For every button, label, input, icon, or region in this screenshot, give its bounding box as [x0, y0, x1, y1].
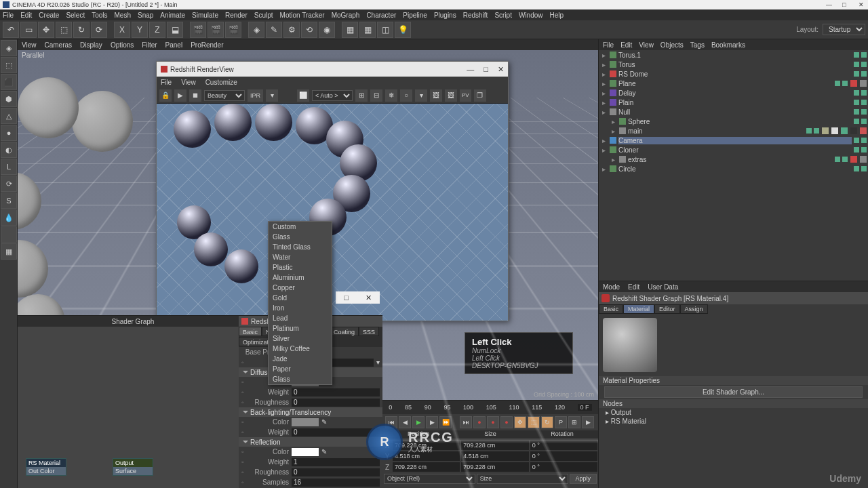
tree-item-torus[interactable]: ▸Torus	[599, 60, 868, 69]
preset-item-glass[interactable]: Glass	[269, 232, 332, 242]
roughness-input[interactable]: 0	[292, 399, 380, 407]
menu-mesh[interactable]: Mesh	[115, 12, 131, 19]
maximize-icon[interactable]: □	[344, 293, 349, 302]
grid2-icon[interactable]: ⊟	[370, 89, 382, 102]
menu-tools[interactable]: Tools	[92, 12, 107, 19]
img2-icon[interactable]: 🖼	[445, 89, 457, 102]
shader-graph-stage[interactable]: RS Material Out Color Output Surface	[18, 327, 248, 488]
node-output[interactable]: ▸ Output	[599, 408, 868, 417]
mat-tab-sss[interactable]: SSS	[359, 327, 379, 336]
tree-item-delay[interactable]: ▸Delay	[599, 88, 868, 98]
left-tool-5[interactable]: ●	[1, 125, 17, 141]
left-tool-0[interactable]: ◈	[1, 40, 17, 56]
img-icon[interactable]: 🖼	[430, 89, 442, 102]
tree-item-sphere[interactable]: ▸Sphere	[599, 117, 868, 126]
menu-script[interactable]: Script	[494, 12, 512, 19]
pos-icon[interactable]: ✥	[514, 416, 526, 428]
mat-tab-coating[interactable]: Coating	[330, 327, 359, 336]
close-icon[interactable]: ✕	[859, 1, 865, 8]
pass-select[interactable]: Beauty	[204, 90, 245, 101]
menu-sculpt[interactable]: Sculpt	[254, 12, 273, 19]
close-icon[interactable]: ✕	[366, 293, 372, 302]
coord-size-y[interactable]: 4.518 cm	[461, 451, 528, 461]
param-icon[interactable]: P	[555, 416, 567, 428]
tree-item-circle[interactable]: ▸Circle	[599, 164, 868, 174]
menu-motion-tracker[interactable]: Motion Tracker	[280, 12, 325, 19]
menu-edit[interactable]: Edit	[20, 12, 32, 19]
samples-input[interactable]: 16	[292, 479, 380, 487]
obj-tab-objects[interactable]: Objects	[660, 41, 684, 49]
preset-item-glass[interactable]: Glass	[269, 374, 332, 384]
crop-icon[interactable]: ⬜	[297, 89, 309, 102]
tree-item-main[interactable]: ▸main	[599, 126, 868, 136]
tree-item-extras[interactable]: ▸extras	[599, 155, 868, 164]
toolbar-btn-2[interactable]: ✥	[38, 22, 54, 38]
menu-window[interactable]: Window	[519, 12, 543, 19]
menu-mograph[interactable]: MoGraph	[332, 12, 360, 19]
key-icon[interactable]: ●	[487, 416, 499, 428]
viewport-menu-filter[interactable]: Filter	[142, 41, 157, 49]
rot-icon[interactable]: ↻	[541, 416, 553, 428]
snowflake-icon[interactable]: ❄	[385, 89, 397, 102]
apply-button[interactable]: Apply	[570, 474, 597, 484]
pv-icon[interactable]: PV	[460, 89, 471, 102]
preset-item-lead[interactable]: Lead	[269, 313, 332, 323]
toolbar-btn-14[interactable]: 🎬	[225, 22, 241, 38]
obj-tab-tags[interactable]: Tags	[690, 41, 705, 49]
tree-item-torus-1[interactable]: ▸Torus.1	[599, 50, 868, 60]
menu-help[interactable]: Help	[550, 12, 564, 19]
toolbar-btn-10[interactable]: ⬓	[167, 22, 183, 38]
toolbar-btn-1[interactable]: ▭	[20, 22, 37, 38]
toolbar-btn-23[interactable]: ▦	[359, 22, 376, 38]
anim-icon[interactable]: ⊞	[568, 416, 580, 428]
render-menu-customize[interactable]: Customize	[205, 79, 237, 86]
menu-create[interactable]: Create	[39, 12, 59, 19]
minimize-icon[interactable]: —	[826, 1, 833, 8]
timeline-ruler[interactable]: 08590951001051101151200 F	[382, 401, 598, 414]
tree-item-null[interactable]: ▸Null	[599, 107, 868, 117]
coord-rot-x[interactable]: 0 °	[530, 441, 597, 450]
toolbar-btn-8[interactable]: Y	[132, 22, 148, 38]
preset-item-gold[interactable]: Gold	[269, 293, 332, 303]
left-tool-2[interactable]: ⬛	[1, 74, 17, 90]
toolbar-btn-12[interactable]: 🎬	[190, 22, 206, 38]
minimize-icon[interactable]: —	[467, 65, 474, 74]
record-icon[interactable]: ●	[473, 416, 486, 428]
attr-subtab-material[interactable]: Material	[623, 304, 654, 314]
attr-subtab-editor[interactable]: Editor	[654, 304, 680, 314]
menu-redshift[interactable]: Redshift	[463, 12, 488, 19]
attr-tab-edit[interactable]: Edit	[628, 283, 639, 291]
maximize-icon[interactable]: □	[842, 1, 849, 8]
obj-tab-view[interactable]: View	[639, 41, 654, 49]
autokey-icon[interactable]: ●	[500, 416, 513, 428]
ipr-button[interactable]: IPR	[248, 89, 263, 102]
toolbar-btn-16[interactable]: ◈	[248, 22, 264, 38]
viewport-menu-options[interactable]: Options	[111, 41, 134, 49]
menu-plugins[interactable]: Plugins	[434, 12, 456, 19]
roughness-input[interactable]: 0	[292, 468, 380, 476]
copy-icon[interactable]: ❐	[474, 89, 486, 102]
coord-size-x[interactable]: 709.228 cm	[461, 441, 528, 450]
preset-item-aluminium[interactable]: Aluminium	[269, 272, 332, 283]
viewport-menu-panel[interactable]: Panel	[165, 41, 183, 49]
menu-render[interactable]: Render	[225, 12, 248, 19]
weight-input[interactable]: 0	[292, 388, 380, 396]
edit-shader-button[interactable]: Edit Shader Graph...	[604, 386, 863, 398]
node-rsmaterial[interactable]: ▸ RS Material	[599, 417, 868, 426]
render-menu-view[interactable]: View	[181, 79, 196, 86]
toolbar-btn-22[interactable]: ▦	[342, 22, 358, 38]
toolbar-btn-13[interactable]: 🎬	[208, 22, 224, 38]
toolbar-btn-4[interactable]: ↻	[73, 22, 90, 38]
color-swatch[interactable]	[292, 418, 319, 426]
attr-tab-mode[interactable]: Mode	[603, 283, 620, 291]
stop-icon[interactable]: ⏹	[189, 89, 201, 102]
object-rel-select[interactable]: Object (Rel)	[384, 474, 475, 484]
picker-icon[interactable]: ✎	[321, 418, 327, 426]
preset-item-custom[interactable]: Custom	[269, 222, 332, 232]
preset-item-milky-coffee[interactable]: Milky Coffee	[269, 344, 332, 354]
coord-size-z[interactable]: 709.228 cm	[461, 462, 528, 472]
left-tool-12[interactable]: ▦	[1, 243, 17, 260]
auto-select[interactable]: < Auto >	[312, 90, 353, 101]
preset-item-silver[interactable]: Silver	[269, 333, 332, 344]
coord-rot-y[interactable]: 0 °	[530, 451, 597, 461]
